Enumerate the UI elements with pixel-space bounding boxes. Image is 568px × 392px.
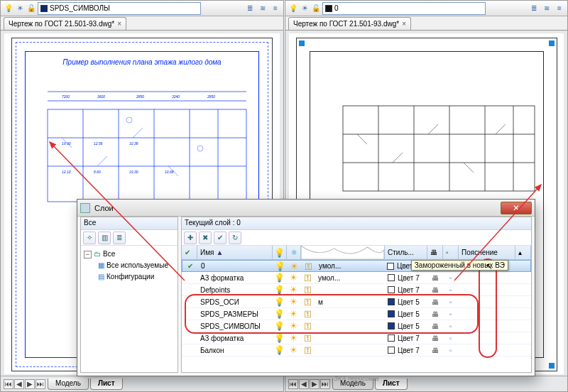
col-style[interactable]: Стиль... [385, 246, 427, 259]
states-icon[interactable]: ≣ [113, 232, 126, 244]
cell-lock[interactable]: ⚿ [301, 285, 315, 294]
cell-vp-freeze[interactable]: ▫ [443, 286, 459, 294]
tab-sheet[interactable]: Лист [90, 379, 123, 390]
refresh-icon[interactable]: ↻ [229, 232, 241, 244]
cell-color[interactable]: Цвет 7 [385, 286, 427, 294]
cell-plot[interactable]: 🖶 [427, 322, 443, 330]
layer-row[interactable]: А3 форматка💡☀⚿Цвет 7🖶▫ [182, 332, 531, 344]
dialog-titlebar[interactable]: Слои ✕ [77, 200, 535, 217]
tab-nav-first[interactable]: ⏮ [4, 379, 13, 389]
col-current[interactable]: ✔ [182, 246, 197, 259]
cell-color[interactable]: Цвет 5 [385, 310, 427, 318]
cell-lock[interactable]: ⚿ [301, 310, 315, 318]
cell-freeze[interactable]: ☀ [287, 273, 301, 283]
cell-freeze[interactable]: ☀ [288, 261, 302, 271]
tab-nav-next[interactable]: ▶ [25, 379, 35, 389]
cell-lock[interactable]: ⚿ [301, 273, 315, 282]
tab-nav-prev[interactable]: ◀ [14, 379, 24, 389]
cell-color[interactable]: Цвет 7 [385, 347, 427, 354]
close-button[interactable]: ✕ [501, 202, 532, 214]
close-icon[interactable]: × [402, 20, 406, 28]
close-icon[interactable]: × [117, 20, 121, 28]
cell-on[interactable]: 💡 [273, 261, 288, 271]
cell-plot[interactable]: 🖶 [427, 286, 443, 294]
cell-plot[interactable]: 🖶 [427, 274, 443, 282]
cell-freeze[interactable]: ☀ [287, 285, 301, 295]
new-group-icon[interactable]: ▥ [98, 232, 111, 244]
layer-prev-icon[interactable]: ≡ [555, 4, 564, 13]
cell-freeze[interactable]: ☀ [287, 333, 301, 343]
layer-row[interactable]: Defpoints💡☀⚿Цвет 7🖶▫ [182, 284, 531, 296]
filter-tree[interactable]: − 🗀 Все ▦ Все используемые ▤ Конфигураци… [81, 246, 178, 372]
cell-on[interactable]: 💡 [273, 333, 287, 343]
cell-plot[interactable]: 🖶 [427, 334, 443, 342]
cell-plot[interactable]: 🖶 [427, 310, 443, 318]
tab-nav-prev[interactable]: ◀ [299, 379, 309, 389]
layer-row[interactable]: А3 форматка💡☀⚿умол...Цвет 7🖶▫ [182, 272, 531, 284]
layer-prev-icon[interactable]: ≡ [271, 4, 280, 13]
cell-lock[interactable]: ⚿ [301, 346, 315, 354]
cell-plot[interactable]: 🖶 [427, 347, 443, 354]
cell-on[interactable]: 💡 [273, 273, 287, 283]
tab-nav-last[interactable]: ⏭ [36, 379, 45, 389]
cell-lock[interactable]: ⚿ [301, 322, 315, 330]
tree-root[interactable]: − 🗀 Все [84, 249, 175, 260]
new-filter-icon[interactable]: ✧ [83, 232, 96, 244]
layer-combo[interactable]: 0 [322, 2, 486, 15]
col-on-icon[interactable]: 💡 [273, 246, 287, 259]
col-vp-freeze-icon[interactable]: ▫ [443, 246, 459, 259]
doc-tab[interactable]: Чертеж по ГОСТ 21.501-93.dwg* × [4, 17, 126, 30]
grip-tl[interactable] [299, 40, 305, 46]
cell-freeze[interactable]: ☀ [287, 321, 301, 331]
col-name[interactable]: Имя ▲ [197, 246, 273, 259]
col-plot-icon[interactable]: 🖶 [427, 246, 443, 259]
cell-vp-freeze[interactable]: ▫ [443, 310, 459, 318]
col-desc[interactable]: Пояснение [459, 246, 515, 259]
cell-on[interactable]: 💡 [273, 285, 287, 295]
cell-vp-freeze[interactable]: ▫ [443, 334, 459, 342]
tab-nav-first[interactable]: ⏮ [288, 379, 298, 389]
layer-states-icon[interactable]: ≣ [529, 4, 539, 13]
cell-vp-freeze[interactable]: ▫ [443, 347, 459, 354]
new-layer-icon[interactable]: ✚ [184, 232, 197, 244]
cell-color[interactable]: Цвет 5 [385, 298, 427, 306]
cell-freeze[interactable]: ☀ [287, 297, 301, 307]
layer-row[interactable]: Балкон💡☀⚿Цвет 7🖶▫ [182, 344, 531, 356]
cell-color[interactable]: Цвет 7 [385, 274, 427, 282]
cell-plot[interactable]: 🖶 [427, 298, 443, 306]
grip-tr[interactable] [549, 40, 555, 46]
tab-nav-next[interactable]: ▶ [310, 379, 320, 389]
layer-iso-icon[interactable]: ≋ [542, 4, 552, 13]
layer-states-icon[interactable]: ≣ [245, 4, 255, 13]
cell-freeze[interactable]: ☀ [287, 345, 301, 355]
tree-configs[interactable]: ▤ Конфигурации [98, 271, 175, 283]
layer-combo[interactable]: SPDS_СИМВОЛЫ [38, 2, 201, 15]
cell-freeze[interactable]: ☀ [287, 309, 301, 319]
layer-row[interactable]: SPDS_ОСИ💡☀⚿мЦвет 5🖶▫ [182, 296, 531, 308]
tab-sheet[interactable]: Лист [375, 379, 408, 390]
set-current-icon[interactable]: ✔ [214, 232, 226, 244]
layer-row[interactable]: SPDS_СИМВОЛЫ💡☀⚿Цвет 5🖶▫ [182, 320, 531, 332]
cell-on[interactable]: 💡 [273, 345, 287, 355]
cell-color[interactable]: Цвет 5 [385, 322, 427, 330]
grip-br[interactable] [549, 363, 555, 369]
cell-on[interactable]: 💡 [273, 309, 287, 319]
cell-on[interactable]: 💡 [273, 321, 287, 331]
cell-vp-freeze[interactable]: ▫ [443, 322, 459, 330]
tab-model[interactable]: Модель [48, 379, 89, 390]
tab-nav-last[interactable]: ⏭ [320, 379, 330, 389]
layer-row[interactable]: SPDS_РАЗМЕРЫ💡☀⚿Цвет 5🖶▫ [182, 308, 531, 320]
delete-layer-icon[interactable]: ✖ [199, 232, 212, 244]
col-freeze-icon[interactable]: ❄ [287, 246, 301, 259]
doc-tab[interactable]: Чертеж по ГОСТ 21.501-93.dwg* × [288, 17, 411, 30]
tree-used[interactable]: ▦ Все используемые [98, 260, 175, 271]
cell-vp-freeze[interactable]: ▫ [443, 298, 459, 306]
cell-lock[interactable]: ⚿ [302, 262, 316, 271]
cell-lock[interactable]: ⚿ [301, 334, 315, 342]
col-scroll[interactable]: ▴ [515, 246, 531, 259]
cell-lock[interactable]: ⚿ [301, 298, 315, 306]
layer-iso-icon[interactable]: ≋ [258, 4, 268, 13]
collapse-icon[interactable]: − [84, 251, 92, 258]
cell-color[interactable]: Цвет 7 [385, 334, 427, 342]
cell-on[interactable]: 💡 [273, 297, 287, 307]
